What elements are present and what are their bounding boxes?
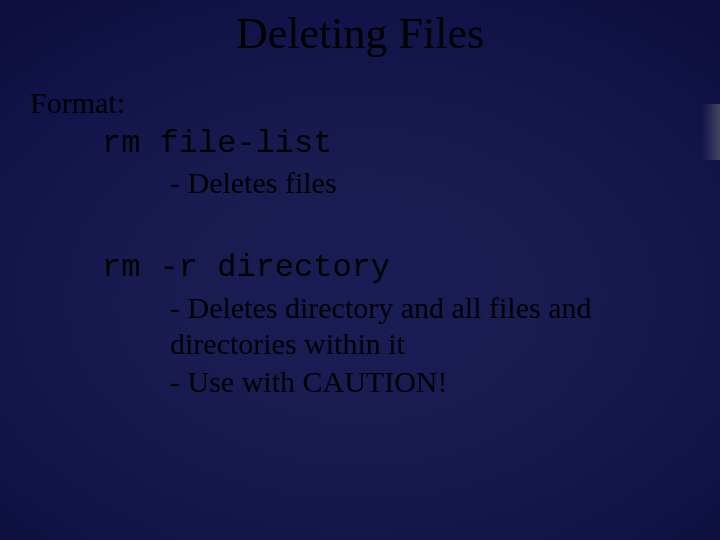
format-label: Format: — [30, 85, 690, 121]
command-2-desc-1: - Deletes directory and all files and di… — [170, 290, 690, 362]
spacer — [30, 203, 690, 247]
slide-body: Format: rm file-list - Deletes files rm … — [30, 85, 690, 402]
command-2: rm -r directory — [102, 249, 690, 287]
command-2-desc-2: - Use with CAUTION! — [170, 364, 690, 400]
command-1: rm file-list — [102, 125, 690, 163]
slide: Deleting Files Format: rm file-list - De… — [0, 0, 720, 540]
slide-title: Deleting Files — [0, 8, 720, 59]
edge-decoration — [702, 104, 720, 160]
command-1-desc: - Deletes files — [170, 165, 690, 201]
